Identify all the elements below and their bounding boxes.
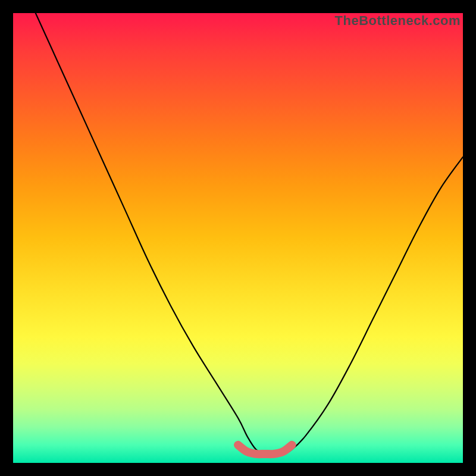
optimal-band-path [238, 445, 292, 454]
chart-frame: TheBottleneck.com [0, 0, 476, 476]
bottleneck-curve-path [36, 13, 463, 454]
curve-layer [13, 13, 463, 463]
chart-plot-area: TheBottleneck.com [13, 13, 463, 463]
watermark-text: TheBottleneck.com [335, 13, 461, 29]
